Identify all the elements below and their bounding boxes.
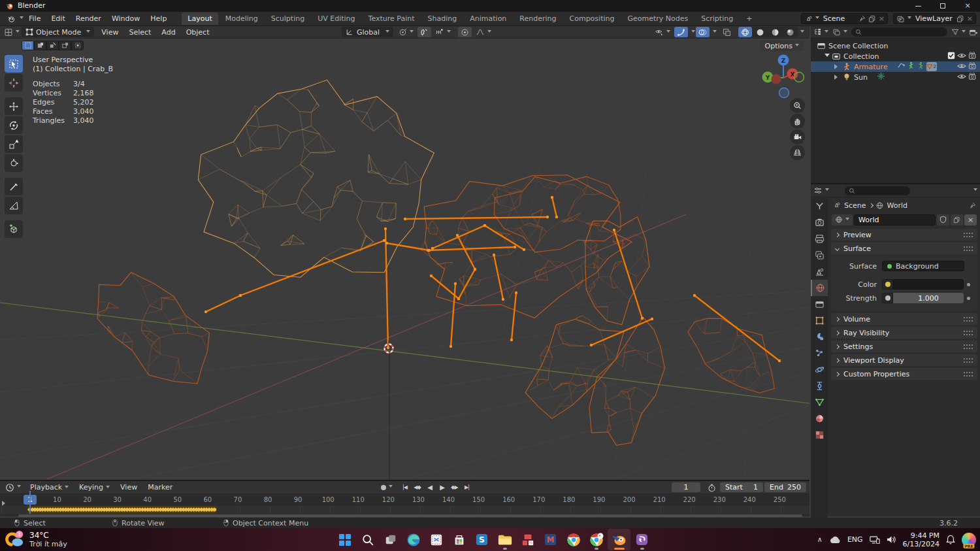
viewport-menu-view[interactable]: View [96, 26, 123, 39]
workspace-tab-shading[interactable]: Shading [422, 12, 463, 25]
snap-toggle[interactable] [417, 27, 431, 37]
copilot-icon[interactable]: PRE [962, 533, 976, 547]
pin-icon[interactable] [858, 15, 866, 22]
timeline-menu-keying[interactable]: Keying [74, 481, 115, 493]
properties-tab-material[interactable] [811, 410, 828, 427]
breadcrumb-world[interactable]: World [887, 201, 908, 210]
pivot-point-button[interactable] [396, 27, 416, 37]
menu-window[interactable]: Window [106, 12, 145, 25]
menu-render[interactable]: Render [71, 12, 106, 25]
pan-button[interactable] [790, 114, 805, 129]
outliner-row-scene-collection[interactable]: Scene Collection [811, 41, 980, 51]
weather-widget[interactable]: 1 34°C Trời ít mây [5, 530, 67, 548]
shading-wireframe-button[interactable] [738, 27, 752, 37]
onedrive-icon[interactable] [829, 536, 841, 544]
tool-move-button[interactable] [5, 97, 23, 115]
scene-selector[interactable]: Scene × [801, 13, 888, 24]
timeline-menu-marker[interactable]: Marker [142, 481, 178, 493]
tool-add-cube-button[interactable] [5, 220, 23, 238]
viewport-menu-object[interactable]: Object [181, 26, 215, 39]
viewport-3d[interactable]: Object Mode ViewSelectAddObject Global [0, 26, 809, 479]
visibility-eye-toggle[interactable] [957, 52, 966, 61]
zoom-button[interactable] [790, 98, 805, 113]
camera-view-button[interactable] [790, 129, 805, 144]
workspace-tab-compositing[interactable]: Compositing [564, 12, 621, 25]
outliner-editor-icon[interactable] [813, 28, 822, 36]
unlink-icon[interactable]: × [879, 14, 885, 23]
select-mode-circle[interactable] [46, 41, 59, 50]
transform-orientation[interactable]: Global [342, 27, 393, 37]
close-button[interactable]: × [955, 0, 980, 12]
breadcrumb-scene[interactable]: Scene [844, 201, 866, 210]
outliner-row-sun[interactable]: Sun [811, 72, 980, 82]
workspace-tab-layout[interactable]: Layout [182, 12, 218, 25]
properties-tab-render[interactable] [811, 214, 828, 231]
outliner-row-armature[interactable]: Armature2 [811, 61, 980, 72]
snap-target-button[interactable] [433, 27, 453, 37]
properties-tab-collection[interactable] [811, 296, 828, 312]
properties-tab-output[interactable] [811, 231, 828, 247]
panel-header-custom-properties[interactable]: Custom Properties [831, 368, 977, 380]
new-collection-icon[interactable] [969, 28, 977, 37]
taskbar-icon-start[interactable] [333, 529, 356, 550]
outliner-search-input[interactable] [851, 27, 947, 37]
copy-icon[interactable] [956, 15, 964, 23]
render-camera-toggle[interactable] [968, 52, 977, 61]
proportional-editing-toggle[interactable] [458, 27, 472, 37]
viewlayer-selector[interactable]: ViewLayer × [893, 13, 976, 24]
viewport-options-button[interactable]: Options [760, 41, 804, 51]
taskbar-icon-taskview[interactable] [379, 529, 402, 550]
filter-icon[interactable] [951, 28, 959, 36]
workspace-tab-uv-editing[interactable]: UV Editing [312, 12, 361, 25]
shading-rendered-button[interactable] [783, 27, 797, 37]
taskbar-icon-chrome[interactable] [562, 529, 585, 550]
shading-material-button[interactable] [768, 27, 782, 37]
properties-editor-icon[interactable] [813, 186, 823, 195]
tool-cursor-button[interactable] [5, 74, 23, 92]
tool-rotate-button[interactable] [5, 116, 23, 134]
viewport-menu-select[interactable]: Select [123, 26, 156, 39]
next-keyframe-button[interactable]: ◆▶ [449, 482, 460, 492]
properties-tab-scene[interactable] [811, 263, 828, 280]
notifications-bell-icon[interactable] [946, 535, 955, 544]
panel-grip-icon[interactable] [964, 317, 973, 322]
select-mode-box[interactable] [34, 41, 46, 50]
visibility-eye-toggle[interactable] [957, 73, 966, 82]
previous-keyframe-button[interactable]: ◀◆ [412, 482, 423, 492]
tool-measure-button[interactable] [5, 197, 23, 214]
taskbar-icon-explorer[interactable] [493, 529, 516, 550]
current-frame-field[interactable]: 1 [672, 482, 700, 492]
workspace-tab-texture-paint[interactable]: Texture Paint [363, 12, 421, 25]
viewport-menu-add[interactable]: Add [156, 26, 180, 39]
scene-name[interactable]: Scene [819, 14, 858, 23]
panel-header-ray-visibility[interactable]: Ray Visibility [831, 327, 977, 339]
taskbar-icon-viber[interactable] [630, 529, 653, 550]
outliner-row-collection[interactable]: Collection [811, 51, 980, 61]
disclosure-right-icon[interactable] [834, 64, 840, 69]
language-indicator[interactable]: ENG [847, 535, 863, 544]
select-mode-lasso[interactable] [59, 41, 71, 50]
unlink-world-button[interactable]: × [964, 214, 977, 225]
blender-menu-icon[interactable] [7, 15, 16, 23]
auto-key-button[interactable] [381, 482, 393, 492]
timeline-channel[interactable]: ◆◆◆◆◆◆◆◆◆◆◆◆◆◆◆◆◆◆◆◆◆◆◆◆◆◆◆◆◆◆◆◆◆◆◆◆◆◆◆◆… [0, 506, 809, 514]
keyframe-band[interactable]: ◆◆◆◆◆◆◆◆◆◆◆◆◆◆◆◆◆◆◆◆◆◆◆◆◆◆◆◆◆◆◆◆◆◆◆◆◆◆◆◆… [27, 506, 216, 514]
animate-color-dot[interactable] [967, 283, 970, 286]
timeline-scrollbar[interactable] [18, 514, 802, 517]
taskbar-icon-snip[interactable] [425, 529, 448, 550]
object-visibility-button[interactable] [652, 27, 673, 37]
properties-tab-world[interactable] [811, 280, 828, 296]
workspace-tab-sculpting[interactable]: Sculpting [265, 12, 310, 25]
timeline-expand-arrow[interactable] [2, 499, 8, 508]
collection-checkbox[interactable] [947, 52, 955, 59]
menu-edit[interactable]: Edit [46, 12, 70, 25]
maximize-button[interactable] [930, 0, 955, 12]
mesh-data-badge[interactable]: 2 [926, 62, 937, 71]
panel-grip-icon[interactable] [964, 331, 973, 335]
select-mode-tweak[interactable] [22, 41, 34, 50]
volume-icon[interactable] [887, 535, 896, 544]
panel-header-viewport-display[interactable]: Viewport Display [831, 354, 977, 366]
properties-tab-physics[interactable] [811, 361, 828, 378]
pin-icon[interactable] [969, 202, 976, 209]
panel-header-volume[interactable]: Volume [831, 313, 977, 325]
